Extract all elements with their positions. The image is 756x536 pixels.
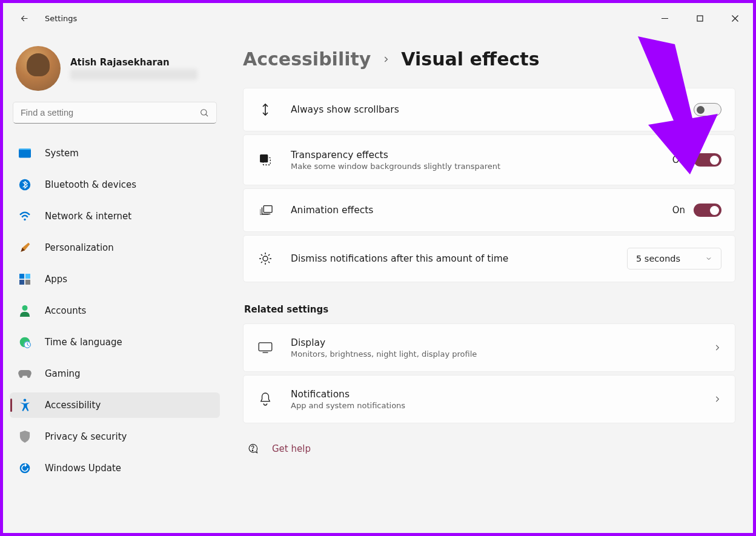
gamepad-icon bbox=[18, 367, 31, 380]
system-icon bbox=[18, 147, 31, 160]
animation-icon bbox=[257, 205, 274, 216]
update-icon bbox=[18, 462, 31, 475]
svg-point-22 bbox=[252, 450, 253, 451]
svg-rect-10 bbox=[25, 280, 30, 285]
help-label: Get help bbox=[272, 443, 311, 454]
minimize-button[interactable] bbox=[647, 6, 682, 30]
sidebar-nav: System Bluetooth & devices Network & int… bbox=[10, 134, 220, 486]
avatar bbox=[16, 46, 61, 91]
sidebar-item-system[interactable]: System bbox=[10, 141, 220, 166]
page-title: Visual effects bbox=[401, 48, 539, 70]
sidebar-item-label: Personalization bbox=[45, 242, 114, 253]
setting-title: Dismiss notifications after this amount … bbox=[291, 253, 627, 264]
clock-globe-icon bbox=[18, 336, 31, 349]
link-subtitle: App and system notifications bbox=[291, 401, 713, 410]
display-icon bbox=[257, 342, 274, 353]
svg-point-20 bbox=[263, 256, 268, 261]
svg-rect-21 bbox=[259, 343, 272, 351]
user-name: Atish Rajasekharan bbox=[70, 57, 197, 68]
accessibility-icon bbox=[18, 399, 31, 412]
sidebar-item-label: Apps bbox=[45, 274, 67, 285]
link-subtitle: Monitors, brightness, night light, displ… bbox=[291, 349, 713, 359]
sidebar: Atish Rajasekharan System bbox=[4, 33, 231, 532]
apps-icon bbox=[18, 273, 31, 286]
related-settings-heading: Related settings bbox=[244, 304, 735, 315]
sidebar-item-time-language[interactable]: Time & language bbox=[10, 329, 220, 355]
get-help-link[interactable]: Get help bbox=[243, 443, 735, 455]
back-button[interactable] bbox=[12, 6, 36, 30]
wifi-icon bbox=[18, 210, 31, 223]
sidebar-item-label: Network & internet bbox=[45, 211, 131, 222]
shield-icon bbox=[18, 430, 31, 443]
sidebar-item-windows-update[interactable]: Windows Update bbox=[10, 455, 220, 481]
breadcrumb-parent[interactable]: Accessibility bbox=[243, 48, 371, 70]
sidebar-item-accessibility[interactable]: Accessibility bbox=[10, 392, 220, 418]
sidebar-item-apps[interactable]: Apps bbox=[10, 266, 220, 292]
titlebar: Settings bbox=[4, 4, 752, 33]
sidebar-item-gaming[interactable]: Gaming bbox=[10, 361, 220, 386]
sidebar-item-label: Time & language bbox=[45, 337, 122, 348]
sidebar-item-label: Accessibility bbox=[45, 400, 101, 411]
user-account-block[interactable]: Atish Rajasekharan bbox=[10, 39, 220, 102]
setting-subtitle: Make some window backgrounds slightly tr… bbox=[291, 162, 672, 171]
main-content: Accessibility Visual effects Always show… bbox=[231, 33, 752, 532]
scrollbars-toggle[interactable] bbox=[694, 103, 721, 116]
search-icon bbox=[199, 108, 209, 117]
maximize-button[interactable] bbox=[682, 6, 717, 30]
related-notifications[interactable]: Notifications App and system notificatio… bbox=[243, 375, 735, 423]
search-box[interactable] bbox=[13, 102, 217, 124]
sidebar-item-label: Windows Update bbox=[45, 463, 121, 474]
sidebar-item-label: Accounts bbox=[45, 305, 86, 316]
breadcrumb: Accessibility Visual effects bbox=[243, 48, 735, 70]
window-title: Settings bbox=[45, 14, 77, 23]
bluetooth-icon bbox=[18, 178, 31, 191]
svg-rect-1 bbox=[697, 16, 703, 21]
close-button[interactable] bbox=[717, 6, 752, 30]
setting-scrollbars: Always show scrollbars Off bbox=[243, 88, 735, 131]
svg-rect-8 bbox=[25, 274, 30, 279]
scrollbars-icon bbox=[257, 102, 274, 117]
svg-point-11 bbox=[22, 305, 28, 311]
transparency-icon bbox=[257, 153, 274, 167]
sidebar-item-network[interactable]: Network & internet bbox=[10, 203, 220, 229]
bell-icon bbox=[257, 392, 274, 406]
sidebar-item-accounts[interactable]: Accounts bbox=[10, 298, 220, 323]
related-display[interactable]: Display Monitors, brightness, night ligh… bbox=[243, 323, 735, 372]
setting-title: Transparency effects bbox=[291, 150, 672, 160]
animation-toggle[interactable] bbox=[694, 203, 721, 217]
user-email-redacted bbox=[70, 69, 197, 80]
setting-transparency: Transparency effects Make some window ba… bbox=[243, 134, 735, 185]
svg-rect-18 bbox=[260, 155, 268, 162]
svg-rect-4 bbox=[19, 149, 31, 150]
chevron-right-icon bbox=[713, 343, 721, 352]
setting-title: Always show scrollbars bbox=[291, 104, 672, 115]
link-title: Display bbox=[291, 337, 713, 348]
toggle-state-label: On bbox=[672, 154, 685, 165]
help-icon bbox=[247, 443, 259, 455]
toggle-state-label: Off bbox=[672, 104, 685, 115]
search-input[interactable] bbox=[21, 108, 199, 117]
svg-point-15 bbox=[24, 399, 27, 402]
toggle-state-label: On bbox=[672, 205, 685, 216]
sidebar-item-label: Privacy & security bbox=[45, 431, 127, 442]
svg-rect-9 bbox=[19, 280, 24, 285]
sidebar-item-bluetooth[interactable]: Bluetooth & devices bbox=[10, 172, 220, 197]
chevron-right-icon bbox=[713, 395, 721, 403]
dropdown-value: 5 seconds bbox=[636, 254, 680, 263]
sidebar-item-privacy[interactable]: Privacy & security bbox=[10, 424, 220, 449]
brush-icon bbox=[18, 241, 31, 254]
svg-point-6 bbox=[24, 219, 26, 221]
dismiss-time-dropdown[interactable]: 5 seconds bbox=[627, 248, 721, 270]
chevron-down-icon bbox=[705, 255, 712, 262]
setting-title: Animation effects bbox=[291, 205, 672, 216]
chevron-right-icon bbox=[382, 55, 390, 64]
sidebar-item-label: Bluetooth & devices bbox=[45, 179, 136, 190]
setting-animation: Animation effects On bbox=[243, 188, 735, 232]
sidebar-item-label: Gaming bbox=[45, 368, 81, 379]
setting-dismiss-notifications: Dismiss notifications after this amount … bbox=[243, 235, 735, 282]
transparency-toggle[interactable] bbox=[694, 153, 721, 167]
svg-point-2 bbox=[201, 110, 207, 115]
sidebar-item-personalization[interactable]: Personalization bbox=[10, 235, 220, 260]
sidebar-item-label: System bbox=[45, 148, 79, 159]
accounts-icon bbox=[18, 304, 31, 317]
